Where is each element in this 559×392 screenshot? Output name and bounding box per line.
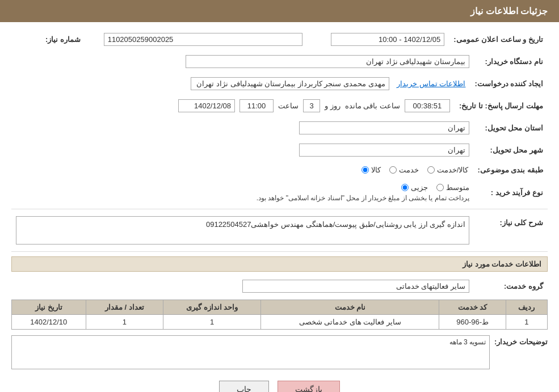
purchase-type-option-motavasset[interactable]: متوسط xyxy=(436,183,469,192)
info-table-row3: ایجاد کننده درخواست: اطلاعات تماس خریدار… xyxy=(11,75,548,92)
page-wrapper: جزئیات اطلاعات نیاز تاریخ و ساعت اعلان ع… xyxy=(0,0,559,392)
category-option-khedmat[interactable]: خدمت xyxy=(389,166,419,174)
print-button[interactable]: چاپ xyxy=(219,381,269,392)
creator-label: ایجاد کننده درخواست: xyxy=(470,75,548,92)
col-header-unit: واحد اندازه گیری xyxy=(163,300,261,315)
info-table-row7: طبقه بندی موضوعی: کالا/خدمت خدمت کالا xyxy=(11,163,548,176)
info-table-service-group: گروه خدمت: سایر فعالیتهای خدماتی xyxy=(11,277,548,295)
deadline-days-value: 3 xyxy=(303,99,320,112)
col-header-date: تاریخ نیاز xyxy=(12,300,86,315)
deadline-remaining-value: 00:38:51 xyxy=(405,99,450,112)
service-group-value: سایر فعالیتهای خدماتی xyxy=(242,280,469,293)
table-row: 1 ط-96-960 سایر فعالیت های خدماتی شخصی 1… xyxy=(12,315,548,330)
purchase-type-option-jozi[interactable]: جزیی xyxy=(401,183,428,192)
buyer-notes-section: توضیحات خریدار: تسویه 3 ماهه xyxy=(11,335,548,369)
organization-label: نام دستگاه خریدار: xyxy=(474,53,548,70)
back-button[interactable]: بازگشت xyxy=(278,381,340,392)
purchase-type-label: نوع فرآیند خرید : xyxy=(474,181,548,204)
services-table: ردیف کد خدمت نام خدمت واحد اندازه گیری ت… xyxy=(11,300,548,330)
buyer-notes-value: تسویه 3 ماهه xyxy=(449,338,486,346)
announcement-date-value: 1402/12/05 - 10:00 xyxy=(331,33,444,46)
info-table-row8: نوع فرآیند خرید : متوسط جزیی پرداخت تمام… xyxy=(11,181,548,204)
col-header-name: نام خدمت xyxy=(261,300,439,315)
deadline-time-label: ساعت xyxy=(278,102,299,110)
cell-name: سایر فعالیت های خدماتی شخصی xyxy=(261,315,439,330)
service-group-label: گروه خدمت: xyxy=(474,277,548,295)
col-header-quantity: تعداد / مقدار xyxy=(86,300,163,315)
creator-value: مهدی محمدی سنجر کاربرداز بیمارستان شهیدل… xyxy=(191,77,389,90)
cell-row: 1 xyxy=(506,315,547,330)
need-desc-value: اندازه گیری ارز یابی روشنایی/طبق پیوست/ه… xyxy=(16,216,469,245)
city-label: شهر محل تحویل: xyxy=(474,141,548,159)
col-header-row: ردیف xyxy=(506,300,547,315)
info-table-row2: نام دستگاه خریدار: بیمارستان شهیدلیافی ن… xyxy=(11,53,548,70)
province-value: تهران xyxy=(299,121,469,134)
deadline-days-label: روز و xyxy=(325,102,341,110)
col-header-code: کد خدمت xyxy=(439,300,506,315)
category-radio-group: کالا/خدمت خدمت کالا xyxy=(16,166,468,174)
cell-date: 1402/12/10 xyxy=(12,315,86,330)
city-value: تهران xyxy=(299,144,469,157)
cell-code: ط-96-960 xyxy=(439,315,506,330)
deadline-time-value: 11:00 xyxy=(239,99,274,112)
purchase-type-radio-group: متوسط جزیی xyxy=(16,183,469,192)
need-desc-label: شرح کلی نیاز: xyxy=(474,214,548,247)
organization-value: بیمارستان شهیدلیافی نژاد تهران xyxy=(186,55,469,68)
cell-unit: 1 xyxy=(163,315,261,330)
purchase-type-notice: پرداخت تمام یا بخشی از مبلغ خریدار از مح… xyxy=(16,194,469,202)
info-table-row5: استان محل تحویل: تهران xyxy=(11,119,548,137)
need-number-label: شماره نیاز: xyxy=(11,31,85,48)
province-label: استان محل تحویل: xyxy=(474,119,548,137)
button-row: بازگشت چاپ xyxy=(11,381,548,392)
buyer-notes-label: توضیحات خریدار: xyxy=(494,335,548,346)
creator-link[interactable]: اطلاعات تماس خریدار xyxy=(397,79,465,88)
page-header: جزئیات اطلاعات نیاز xyxy=(0,0,559,22)
category-label: طبقه بندی موضوعی: xyxy=(473,163,548,176)
info-table-row1: تاریخ و ساعت اعلان عمومی: 1402/12/05 - 1… xyxy=(11,31,548,48)
page-title: جزئیات اطلاعات نیاز xyxy=(470,6,548,16)
services-section-title: اطلاعات خدمات مورد نیاز xyxy=(11,256,548,272)
cell-quantity: 1 xyxy=(86,315,163,330)
info-table-row4: مهلت ارسال پاسخ: تا تاریخ: 00:38:51 ساعت… xyxy=(11,97,548,115)
info-table-desc: شرح کلی نیاز: اندازه گیری ارز یابی روشنا… xyxy=(11,214,548,247)
info-table-row6: شهر محل تحویل: تهران xyxy=(11,141,548,159)
announcement-date-label: تاریخ و ساعت اعلان عمومی: xyxy=(449,31,548,48)
category-option-kala[interactable]: کالا xyxy=(362,166,381,174)
deadline-remaining-label: ساعت باقی مانده xyxy=(345,102,400,110)
buyer-notes-box: تسویه 3 ماهه xyxy=(11,335,490,369)
main-content: تاریخ و ساعت اعلان عمومی: 1402/12/05 - 1… xyxy=(0,22,559,392)
deadline-date-value: 1402/12/08 xyxy=(178,99,235,112)
need-number-value: 1102050259002025 xyxy=(104,33,302,46)
deadline-label: مهلت ارسال پاسخ: تا تاریخ: xyxy=(455,97,548,115)
category-option-kala-khedmat[interactable]: کالا/خدمت xyxy=(427,166,469,174)
